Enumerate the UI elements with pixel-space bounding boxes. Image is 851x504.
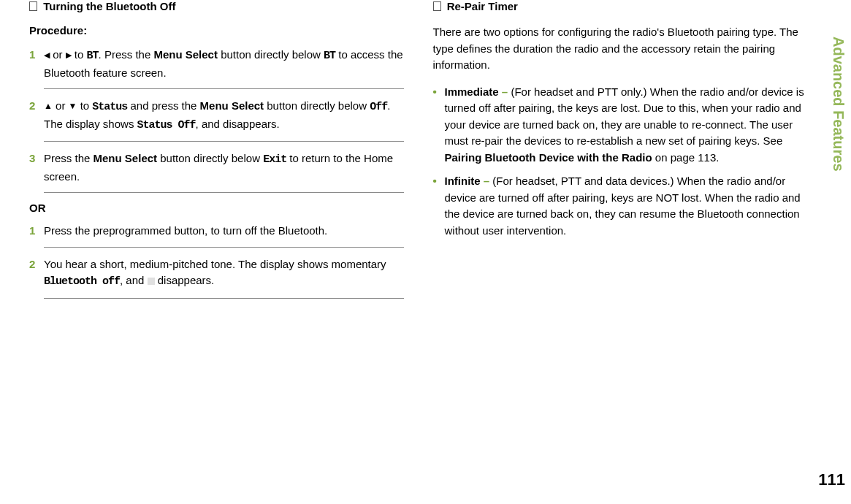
divider (44, 88, 404, 89)
bold-text: Menu Select (153, 48, 218, 61)
intro-paragraph: There are two options for configuring th… (433, 24, 808, 74)
item-title: Infinite (445, 175, 481, 187)
divider (44, 192, 404, 193)
dash: – (499, 85, 511, 98)
page: Turning the Bluetooth Off Procedure: 1 ◀… (0, 0, 851, 504)
page-number: 111 (818, 470, 845, 489)
item-title: Immediate (445, 85, 499, 98)
step-3: 3 Press the Menu Select button directly … (29, 150, 404, 185)
text: , and (120, 274, 148, 286)
step-1: 1 ◀ or ▶ to BT. Press the Menu Select bu… (29, 47, 404, 81)
mono-text: BT (87, 50, 99, 62)
text: and press the (127, 99, 199, 112)
text: to (75, 48, 84, 61)
step-body: Press the preprogrammed button, to turn … (44, 223, 404, 240)
bullet-icon: • (433, 173, 445, 239)
text: (For headset, PTT and data devices.) Whe… (445, 175, 801, 237)
side-label: Advanced Features (830, 37, 847, 172)
text: to (80, 99, 90, 112)
down-triangle-icon: ▼ (69, 99, 77, 112)
step-number: 3 (29, 150, 44, 185)
mono-text: Status Off (137, 119, 196, 131)
step-number: 1 (29, 47, 44, 81)
heading-repair-timer: Re-Pair Timer (433, 0, 808, 12)
heading-bluetooth-off: Turning the Bluetooth Off (29, 0, 404, 12)
text: You hear a short, medium-pitched tone. T… (44, 258, 386, 270)
mono-text: Off (370, 101, 387, 113)
divider (44, 247, 404, 248)
step-number: 1 (29, 223, 44, 240)
or-label: OR (29, 202, 404, 214)
text: on page 113. (652, 151, 720, 164)
list-body: Infinite – (For headset, PTT and data de… (445, 173, 808, 239)
up-triangle-icon: ▲ (44, 99, 53, 112)
text: Press the (44, 152, 94, 164)
divider (44, 298, 404, 299)
text: button directly below (157, 152, 263, 164)
left-column: Turning the Bluetooth Off Procedure: 1 ◀… (15, 0, 419, 504)
procedure-label: Procedure: (29, 24, 404, 37)
step-body: You hear a short, medium-pitched tone. T… (44, 256, 404, 291)
text: or (56, 99, 65, 112)
text: , and disappears. (196, 118, 280, 130)
text: button directly below (218, 48, 324, 61)
left-arrow-icon: ◀ (44, 49, 50, 61)
bold-text: Menu Select (200, 99, 264, 112)
bold-text: Pairing Bluetooth Device with the Radio (445, 151, 652, 164)
mono-text: Status (92, 101, 127, 113)
list-item: • Infinite – (For headset, PTT and data … (433, 173, 808, 239)
step-body: ◀ or ▶ to BT. Press the Menu Select butt… (44, 47, 404, 81)
text: disappears. (158, 274, 215, 286)
mono-text: BT (324, 50, 335, 62)
step-number: 2 (29, 98, 44, 134)
step-body: ▲ or ▼ to Status and press the Menu Sele… (44, 98, 404, 134)
mono-text: Exit (263, 153, 286, 166)
text: or (53, 48, 62, 61)
bold-text: Menu Select (94, 152, 158, 164)
checkbox-icon (433, 1, 441, 11)
divider (44, 141, 404, 142)
text: . Press the (99, 48, 154, 61)
step-2: 2 ▲ or ▼ to Status and press the Menu Se… (29, 98, 404, 134)
right-column: Re-Pair Timer There are two options for … (419, 0, 823, 504)
bluetooth-indicator-icon (148, 278, 155, 285)
text: button directly below (264, 99, 370, 112)
list-body: Immediate – (For headset and PTT only.) … (445, 84, 808, 167)
mono-text: Bluetooth off (44, 275, 120, 288)
checkbox-icon (29, 1, 37, 11)
bullet-icon: • (433, 84, 445, 167)
heading-text: Re-Pair Timer (447, 0, 518, 12)
step-body: Press the Menu Select button directly be… (44, 150, 404, 185)
dash: – (481, 175, 493, 187)
right-arrow-icon: ▶ (66, 49, 72, 61)
list-item: • Immediate – (For headset and PTT only.… (433, 84, 808, 167)
step-number: 2 (29, 256, 44, 291)
alt-step-1: 1 Press the preprogrammed button, to tur… (29, 223, 404, 240)
alt-step-2: 2 You hear a short, medium-pitched tone.… (29, 256, 404, 291)
heading-text: Turning the Bluetooth Off (43, 0, 175, 12)
